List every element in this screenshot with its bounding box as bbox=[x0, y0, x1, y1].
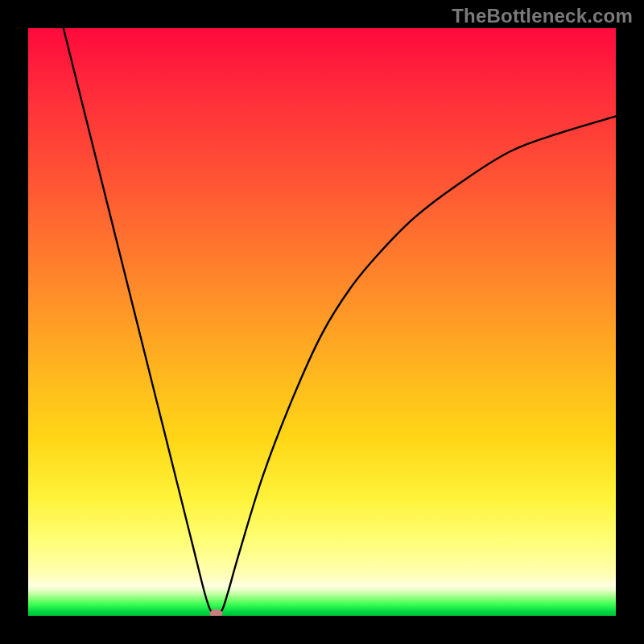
bottleneck-curve-svg bbox=[28, 28, 616, 616]
plot-area bbox=[28, 28, 616, 616]
chart-frame: TheBottleneck.com bbox=[0, 0, 644, 644]
minimum-marker bbox=[210, 609, 223, 616]
bottleneck-curve-path bbox=[64, 28, 616, 616]
watermark-text: TheBottleneck.com bbox=[452, 5, 633, 27]
